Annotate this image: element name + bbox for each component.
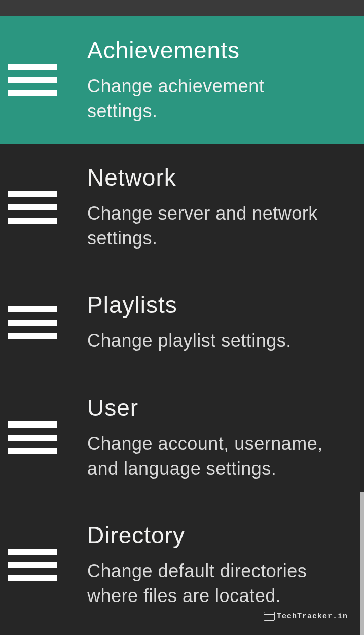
menu-icon bbox=[8, 549, 57, 581]
menu-text: Playlists Change playlist settings. bbox=[87, 291, 292, 354]
menu-icon bbox=[8, 421, 57, 454]
menu-description: Change server and network settings. bbox=[87, 201, 331, 251]
top-bar bbox=[0, 0, 364, 16]
menu-item-network[interactable]: Network Change server and network settin… bbox=[0, 144, 364, 271]
menu-description: Change playlist settings. bbox=[87, 329, 292, 354]
menu-description: Change achievement settings. bbox=[87, 74, 331, 123]
menu-icon bbox=[8, 191, 57, 224]
scrollbar-thumb[interactable] bbox=[360, 492, 364, 635]
menu-item-user[interactable]: User Change account, username, and langu… bbox=[0, 374, 364, 501]
watermark: TechTracker.in bbox=[264, 612, 348, 621]
menu-description: Change default directories where files a… bbox=[87, 559, 331, 608]
settings-menu: Achievements Change achievement settings… bbox=[0, 16, 364, 628]
menu-title: Playlists bbox=[87, 291, 292, 319]
menu-item-playlists[interactable]: Playlists Change playlist settings. bbox=[0, 271, 364, 374]
menu-text: Network Change server and network settin… bbox=[87, 164, 331, 251]
menu-item-directory[interactable]: Directory Change default directories whe… bbox=[0, 501, 364, 628]
menu-icon bbox=[8, 306, 57, 339]
window-icon bbox=[264, 612, 275, 621]
menu-title: Achievements bbox=[87, 37, 331, 64]
menu-text: User Change account, username, and langu… bbox=[87, 394, 331, 481]
menu-text: Directory Change default directories whe… bbox=[87, 521, 331, 608]
menu-title: User bbox=[87, 394, 331, 421]
menu-title: Directory bbox=[87, 521, 331, 549]
watermark-text: TechTracker.in bbox=[277, 612, 348, 621]
menu-description: Change account, username, and language s… bbox=[87, 432, 331, 481]
menu-icon bbox=[8, 64, 57, 96]
menu-text: Achievements Change achievement settings… bbox=[87, 37, 331, 123]
menu-title: Network bbox=[87, 164, 331, 191]
menu-item-achievements[interactable]: Achievements Change achievement settings… bbox=[0, 16, 364, 144]
